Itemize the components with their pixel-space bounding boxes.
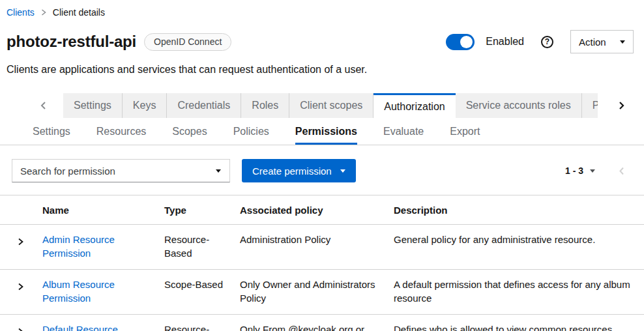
tab-authorization[interactable]: Authorization	[373, 93, 455, 118]
caret-down-icon	[340, 169, 345, 173]
chevron-right-icon	[17, 283, 24, 291]
chevron-left-icon	[619, 167, 624, 175]
permissions-table: Name Type Associated policy Description …	[0, 195, 644, 331]
breadcrumb-current: Client details	[53, 7, 105, 18]
help-icon[interactable]	[541, 36, 553, 48]
subtab-evaluate[interactable]: Evaluate	[383, 118, 424, 145]
pagination-previous-button[interactable]	[619, 167, 624, 175]
client-tabs: Settings Keys Credentials Roles Client s…	[0, 93, 644, 118]
create-permission-label: Create permission	[252, 166, 332, 177]
row-expand-button[interactable]	[17, 283, 24, 291]
permission-name-link[interactable]: Default Resource Permission	[42, 324, 118, 331]
subtab-resources[interactable]: Resources	[96, 118, 146, 145]
tab-roles[interactable]: Roles	[241, 93, 289, 118]
tab-credentials[interactable]: Credentials	[167, 93, 241, 118]
permissions-toolbar: Create permission 1 - 3	[0, 145, 644, 182]
column-header-description: Description	[394, 195, 644, 225]
search-input[interactable]	[12, 160, 229, 182]
tab-permissions[interactable]: Permissions	[582, 93, 598, 118]
table-row: Admin Resource Permission Resource-Based…	[0, 225, 644, 270]
table-header-row: Name Type Associated policy Description	[0, 195, 644, 225]
subtab-permissions[interactable]: Permissions	[295, 118, 357, 145]
permission-description: General policy for any administrative re…	[394, 225, 644, 270]
column-header-name: Name	[42, 195, 164, 225]
enabled-toggle[interactable]	[446, 34, 475, 50]
permission-description: Defines who is allowed to view common re…	[394, 315, 644, 331]
caret-down-icon	[590, 169, 595, 173]
table-row: Album Resource Permission Scope-Based On…	[0, 270, 644, 315]
protocol-badge: OpenID Connect	[144, 33, 231, 51]
associated-policy: Administration Policy	[240, 225, 394, 270]
row-expand-button[interactable]	[17, 238, 24, 246]
search-caret-down-icon[interactable]	[216, 169, 221, 173]
tab-service-accounts-roles[interactable]: Service accounts roles	[456, 93, 582, 118]
table-row: Default Resource Permission Resource-Bas…	[0, 315, 644, 331]
column-header-type: Type	[164, 195, 240, 225]
action-dropdown-label: Action	[579, 36, 606, 48]
expand-column-header	[0, 195, 42, 225]
chevron-right-icon	[17, 328, 24, 331]
permission-description: A default permission that defines access…	[394, 270, 644, 315]
tabs-strip: Settings Keys Credentials Roles Client s…	[63, 93, 598, 118]
subtab-export[interactable]: Export	[450, 118, 480, 145]
action-dropdown[interactable]: Action	[570, 30, 634, 53]
breadcrumb-clients-link[interactable]: Clients	[7, 7, 35, 18]
associated-policy: Only From @keycloak.org or Admin	[240, 315, 394, 331]
subtab-scopes[interactable]: Scopes	[172, 118, 207, 145]
tab-client-scopes[interactable]: Client scopes	[289, 93, 373, 118]
breadcrumb-separator-icon	[41, 9, 46, 16]
pagination-menu-toggle[interactable]: 1 - 3	[565, 166, 595, 176]
associated-policy: Only Owner and Administrators Policy	[240, 270, 394, 315]
create-permission-button[interactable]: Create permission	[242, 159, 356, 182]
subtab-settings[interactable]: Settings	[33, 118, 70, 145]
subtab-policies[interactable]: Policies	[233, 118, 269, 145]
tab-settings[interactable]: Settings	[63, 93, 123, 118]
search-select	[12, 159, 230, 182]
client-details-page: Clients Client details photoz-restful-ap…	[0, 0, 644, 331]
caret-down-icon	[620, 40, 625, 44]
pagination: 1 - 3	[565, 166, 624, 176]
enabled-label: Enabled	[486, 36, 524, 48]
pagination-range: 1 - 3	[565, 166, 583, 176]
permission-name-link[interactable]: Album Resource Permission	[42, 279, 115, 304]
permission-name-link[interactable]: Admin Resource Permission	[42, 234, 115, 259]
authorization-subtabs: Settings Resources Scopes Policies Permi…	[0, 118, 644, 145]
breadcrumb: Clients Client details	[0, 0, 644, 18]
chevron-right-icon	[17, 238, 24, 246]
toggle-knob-icon	[460, 36, 473, 48]
page-description: Clients are applications and services th…	[7, 64, 634, 76]
tab-keys[interactable]: Keys	[123, 93, 168, 118]
permission-type: Scope-Based	[164, 270, 240, 315]
permission-type: Resource-Based	[164, 315, 240, 331]
page-header: photoz-restful-api OpenID Connect Enable…	[0, 30, 644, 76]
tabs-scroll-left-button[interactable]	[0, 93, 63, 118]
tabs-scroll-right-button[interactable]	[598, 93, 644, 118]
chevron-right-icon	[618, 101, 624, 110]
chevron-left-icon	[40, 101, 46, 110]
permission-type: Resource-Based	[164, 225, 240, 270]
column-header-policy: Associated policy	[240, 195, 394, 225]
page-title: photoz-restful-api	[7, 33, 136, 51]
row-expand-button[interactable]	[17, 328, 24, 331]
